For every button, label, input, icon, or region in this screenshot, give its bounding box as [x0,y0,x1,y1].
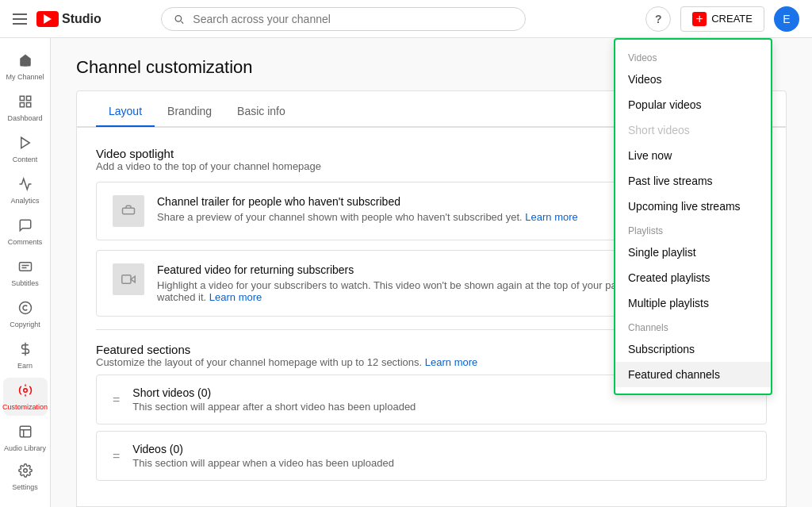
sidebar-label-monetization: Earn [17,362,33,370]
comments-icon [18,218,33,236]
trailer-card-icon [113,195,144,227]
dropdown-category-videos: Videos [615,46,771,67]
create-label: CREATE [711,13,753,25]
content-icon [18,136,33,154]
search-icon [173,13,185,25]
trailer-learn-more-link[interactable]: Learn more [525,211,577,223]
sidebar-item-content[interactable]: Content [3,130,48,168]
avatar[interactable]: E [774,6,799,32]
sidebar-label-customization: Customization [2,403,48,411]
library-icon [18,424,33,443]
sidebar-item-analytics[interactable]: Analytics [3,171,48,209]
svg-rect-13 [20,426,31,437]
dropdown-item-created-playlists[interactable]: Created playlists [615,265,771,290]
logo: Studio [36,11,102,27]
sidebar-item-copyright[interactable]: Copyright [3,295,48,333]
svg-marker-4 [21,137,29,148]
search-input[interactable] [193,13,514,25]
sidebar-label-copyright: Copyright [10,321,40,328]
sidebar-label-home: My Channel [6,73,44,81]
featured-sections-learn-more[interactable]: Learn more [425,356,477,368]
studio-text: Studio [62,12,102,26]
sidebar-item-subtitles[interactable]: Subtitles [3,254,48,292]
dropdown-item-short-videos: Short videos [615,117,771,143]
monetization-icon [18,342,33,360]
dropdown-item-subscriptions[interactable]: Subscriptions [615,336,771,362]
tab-layout[interactable]: Layout [96,97,155,127]
svg-rect-3 [26,102,30,106]
svg-marker-18 [131,276,135,282]
svg-rect-0 [20,96,24,100]
tab-branding[interactable]: Branding [155,97,224,127]
topnav: Studio ? + CREATE E [0,0,812,38]
sidebar-label-subtitles: Subtitles [11,279,39,287]
sidebar-label-analytics: Analytics [10,197,39,205]
svg-rect-17 [123,208,135,214]
dropdown-item-videos[interactable]: Videos [615,67,771,92]
dropdown-category-playlists: Playlists [615,219,771,240]
svg-point-16 [23,468,27,472]
help-button[interactable]: ? [645,6,671,32]
sidebar-item-comments[interactable]: Comments [3,213,48,251]
section-item-shorts-desc: This section will appear after a short v… [132,401,750,413]
sidebar-item-customization[interactable]: Customization [3,378,48,416]
youtube-logo-icon [36,11,59,27]
sidebar-label-dashboard: Dashboard [7,114,42,122]
dropdown-item-live-now[interactable]: Live now [615,143,771,168]
hamburger-menu[interactable] [13,13,27,25]
dropdown-item-popular-videos[interactable]: Popular videos [615,92,771,117]
drag-handle-videos[interactable]: = [113,449,120,463]
copyright-icon [18,301,33,319]
topnav-right: ? + CREATE E [645,6,799,32]
tab-basicinfo[interactable]: Basic info [224,97,298,127]
svg-rect-2 [20,102,24,106]
section-item-videos-title: Videos (0) [132,443,750,455]
dropdown-item-multiple-playlists[interactable]: Multiple playlists [615,290,771,316]
dropdown-category-channels: Channels [615,316,771,336]
dropdown-item-past-streams[interactable]: Past live streams [615,168,771,194]
topnav-left: Studio [13,11,102,27]
sidebar-label-content: Content [13,156,38,163]
sidebar-label-library: Audio Library [4,444,46,452]
create-plus-icon: + [692,12,707,26]
home-icon [18,53,33,71]
svg-rect-1 [26,96,30,100]
create-button[interactable]: + CREATE [680,6,764,32]
section-item-videos: = Videos (0) This section will appear wh… [96,431,767,481]
analytics-icon [18,177,33,195]
featured-card-icon [113,263,144,295]
section-item-videos-desc: This section will appear when a video ha… [132,457,750,469]
dashboard-icon [18,94,33,113]
dropdown-menu: Videos Videos Popular videos Short video… [614,38,772,395]
dropdown-item-single-playlist[interactable]: Single playlist [615,240,771,265]
svg-rect-5 [19,262,31,271]
search-bar[interactable] [161,7,526,31]
drag-handle-shorts[interactable]: = [113,393,120,407]
sidebar-item-library[interactable]: Audio Library [3,419,48,457]
sidebar-item-monetization[interactable]: Earn [3,336,48,374]
dropdown-item-upcoming-streams[interactable]: Upcoming live streams [615,194,771,219]
svg-point-8 [19,302,31,313]
settings-icon [18,463,33,482]
sidebar: My Channel Dashboard Content Analytics C… [0,38,51,507]
sidebar-item-settings[interactable]: Settings [3,463,48,501]
tabs: Layout Branding Basic info [96,97,298,126]
sidebar-label-settings: Settings [12,483,38,491]
sidebar-item-dashboard[interactable]: Dashboard [3,89,48,127]
sidebar-label-comments: Comments [8,238,43,246]
svg-rect-19 [122,275,131,284]
customization-icon [18,383,33,401]
dropdown-item-featured-channels[interactable]: Featured channels [615,362,771,387]
svg-point-10 [23,388,27,392]
featured-learn-more-link[interactable]: Learn more [209,291,262,303]
sidebar-item-home[interactable]: My Channel [3,48,48,86]
subtitles-icon [18,259,33,278]
